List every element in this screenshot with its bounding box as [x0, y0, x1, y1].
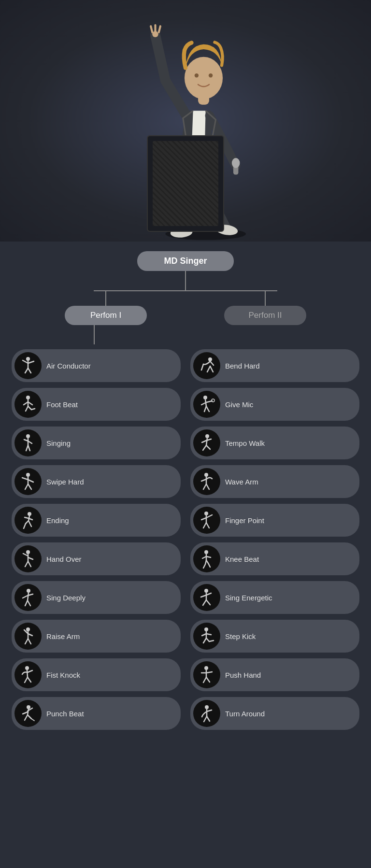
svg-point-82 [27, 589, 30, 593]
svg-line-70 [203, 523, 206, 528]
anim-item-tempo-walk[interactable]: Tempo Walk [190, 427, 359, 459]
anim-label-sing-energetic: Sing Energetic [225, 594, 353, 602]
anim-label-push-hand: Push Hand [225, 671, 353, 679]
svg-point-66 [204, 512, 208, 515]
svg-line-15 [23, 360, 28, 363]
svg-line-53 [28, 480, 33, 482]
anim-label-foot-beat: Foot Beat [46, 400, 174, 409]
anim-item-ending[interactable]: Ending [12, 504, 181, 537]
svg-line-109 [28, 677, 31, 682]
anim-icon-swipe-hard [14, 468, 42, 495]
svg-line-20 [201, 364, 203, 370]
perform1-branch: Perfom I [65, 291, 147, 325]
svg-point-100 [204, 627, 208, 631]
svg-line-76 [25, 561, 28, 567]
perform2-vline [265, 291, 266, 306]
anim-icon-tempo-walk [193, 429, 220, 456]
root-vline [185, 271, 186, 290]
svg-point-6 [185, 57, 223, 99]
anim-item-fist-knock[interactable]: Fist Knock [12, 658, 181, 691]
svg-line-77 [28, 561, 31, 567]
anim-item-punch-beat[interactable]: Punch Beat [12, 697, 181, 730]
perform1-vline2 [94, 325, 95, 344]
anim-item-knee-beat[interactable]: Knee Beat [190, 542, 359, 575]
svg-line-71 [206, 523, 209, 528]
svg-point-50 [26, 473, 30, 477]
anim-item-bend-hard[interactable]: Bend Hard [190, 349, 359, 382]
anim-item-sing-deeply[interactable]: Sing Deeply [12, 581, 181, 614]
anim-item-turn-around[interactable]: Turn Around [190, 697, 359, 730]
anim-item-push-hand[interactable]: Push Hand [190, 658, 359, 691]
svg-line-27 [28, 402, 32, 405]
anim-label-turn-around: Turn Around [225, 710, 353, 718]
svg-line-36 [204, 406, 206, 412]
perform1-node[interactable]: Perfom I [65, 306, 147, 325]
svg-line-26 [24, 402, 28, 405]
perform2-node[interactable]: Perfom II [224, 306, 306, 325]
svg-line-102 [202, 634, 206, 636]
anim-label-sing-deeply: Sing Deeply [46, 594, 174, 602]
svg-point-78 [204, 550, 208, 554]
anim-label-singing: Singing [46, 439, 174, 447]
anim-icon-push-hand [193, 661, 220, 688]
svg-line-34 [206, 401, 212, 402]
h-branch-line [94, 290, 277, 291]
svg-line-74 [23, 554, 28, 556]
anim-item-foot-beat[interactable]: Foot Beat [12, 388, 181, 421]
svg-line-120 [204, 716, 207, 722]
anim-item-hand-over[interactable]: Hand Over [12, 542, 181, 575]
svg-line-29 [28, 406, 31, 410]
svg-line-69 [206, 515, 212, 518]
anim-icon-hand-over [14, 545, 42, 572]
amp-background [147, 135, 224, 232]
svg-line-12 [151, 26, 152, 32]
anim-item-finger-point[interactable]: Finger Point [190, 504, 359, 537]
svg-line-58 [201, 479, 206, 481]
anim-label-swipe-hard: Swipe Hard [46, 478, 174, 486]
anim-icon-air-conductor [14, 352, 42, 379]
svg-line-93 [206, 600, 210, 605]
anim-label-fist-knock: Fist Knock [46, 671, 174, 679]
anim-icon-fist-knock [14, 661, 42, 688]
anim-item-sing-energetic[interactable]: Sing Energetic [190, 581, 359, 614]
anim-item-air-conductor[interactable]: Air Conductor [12, 349, 181, 382]
anim-item-step-kick[interactable]: Step Kick [190, 620, 359, 653]
svg-point-94 [26, 627, 30, 631]
anim-item-give-mic[interactable]: Give Mic [190, 388, 359, 421]
svg-line-99 [28, 639, 31, 644]
svg-line-119 [207, 710, 212, 711]
svg-line-11 [159, 26, 160, 32]
svg-point-4 [232, 158, 240, 168]
hero-section [0, 0, 371, 242]
root-node[interactable]: MD Singer [137, 251, 234, 271]
svg-line-91 [206, 593, 211, 595]
svg-point-13 [26, 357, 30, 361]
anim-icon-step-kick [193, 623, 220, 650]
svg-line-113 [206, 672, 212, 673]
svg-line-90 [201, 595, 206, 597]
svg-line-84 [23, 596, 28, 598]
svg-line-97 [28, 634, 32, 636]
svg-line-86 [25, 600, 28, 606]
anim-label-hand-over: Hand Over [46, 555, 174, 563]
anim-label-tempo-walk: Tempo Walk [225, 439, 353, 447]
anim-item-swipe-hard[interactable]: Swipe Hard [12, 465, 181, 498]
anim-icon-turn-around [193, 700, 220, 727]
svg-line-30 [31, 409, 35, 410]
svg-line-121 [207, 716, 210, 721]
anim-label-punch-beat: Punch Beat [46, 710, 174, 718]
svg-line-108 [25, 677, 28, 683]
svg-line-106 [27, 670, 28, 677]
svg-point-56 [204, 473, 208, 477]
anim-label-knee-beat: Knee Beat [225, 555, 353, 563]
anim-item-wave-arm[interactable]: Wave Arm [190, 465, 359, 498]
anim-item-singing[interactable]: Singing [12, 427, 181, 459]
svg-point-7 [195, 73, 199, 77]
svg-point-31 [203, 396, 207, 399]
svg-point-72 [26, 550, 30, 554]
svg-line-48 [203, 445, 206, 450]
svg-line-45 [206, 438, 207, 445]
svg-line-18 [28, 368, 31, 373]
svg-line-23 [210, 361, 214, 365]
anim-item-raise-arm[interactable]: Raise Arm [12, 620, 181, 653]
